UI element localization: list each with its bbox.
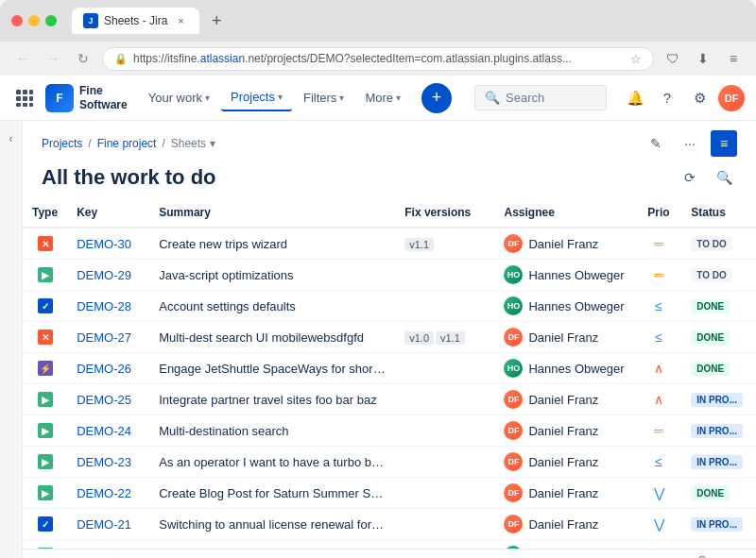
cell-summary[interactable]: Switching to annual license renewal for …	[149, 509, 395, 540]
table-row[interactable]: ⚡ DEMO-26 Engage JetShuttle SpaceWays fo…	[23, 353, 756, 384]
menu-icon[interactable]: ≡	[722, 47, 745, 70]
shield-icon[interactable]: 🛡	[662, 47, 684, 70]
cell-key[interactable]: DEMO-26	[67, 353, 149, 384]
cell-summary[interactable]: As an operator I want to have a turbo bu…	[149, 447, 395, 478]
assignee-avatar: DF	[504, 452, 523, 471]
priority-icon: ≤	[655, 330, 662, 345]
cell-key[interactable]: DEMO-21	[67, 509, 149, 540]
cell-prio: ⋁	[636, 478, 681, 509]
col-header-status[interactable]: Status	[681, 198, 756, 228]
cell-prio: ═	[636, 415, 681, 447]
table-row[interactable]: ▶ DEMO-29 Java-script optimizations HO H…	[23, 260, 756, 291]
breadcrumb-projects[interactable]: Projects	[42, 137, 82, 150]
bookmark-icon[interactable]: ☆	[630, 52, 642, 66]
cell-summary[interactable]: Next Generation version of SeeSpaceEZ tr…	[149, 540, 395, 550]
table-row[interactable]: ✕ DEMO-30 Create new trips wizard v1.1 D…	[23, 228, 756, 260]
table-row[interactable]: ▶ DEMO-25 Integrate partner travel sites…	[23, 384, 756, 415]
forward-button[interactable]: →	[42, 47, 64, 70]
user-avatar[interactable]: DF	[718, 85, 745, 111]
nav-projects[interactable]: Projects ▾	[221, 84, 292, 111]
cell-status: IN PRO...	[681, 384, 756, 415]
table-row[interactable]: ✓ DEMO-21 Switching to annual license re…	[23, 509, 756, 540]
notifications-icon[interactable]: 🔔	[622, 85, 648, 111]
address-bar: ← → ↻ 🔒 https://itsfine.atlassian.net/pr…	[0, 42, 756, 76]
sidebar-toggle[interactable]: ‹	[0, 121, 23, 558]
more-actions-icon[interactable]: ···	[677, 130, 703, 157]
download-icon[interactable]: ⬇	[692, 47, 714, 70]
main-content: Projects / Fine project / Sheets ▾ ✎ ···…	[23, 121, 756, 558]
breadcrumb-fine-project[interactable]: Fine project	[97, 137, 157, 150]
cell-prio: ⋁	[636, 509, 681, 540]
cell-assignee: HO Hannes Obweger	[494, 260, 635, 291]
col-header-assignee[interactable]: Assignee	[494, 198, 635, 228]
breadcrumb-sheets[interactable]: Sheets ▾	[171, 137, 215, 150]
cell-key[interactable]: DEMO-27	[67, 322, 149, 353]
cell-key[interactable]: DEMO-30	[67, 228, 149, 260]
table-row[interactable]: ▶ DEMO-23 As an operator I want to have …	[23, 447, 756, 478]
cell-summary[interactable]: Account settings defaults	[149, 291, 395, 322]
settings-icon[interactable]: ⚙	[686, 85, 713, 111]
cell-key[interactable]: DEMO-23	[67, 447, 149, 478]
list-view-icon[interactable]: ≡	[711, 130, 737, 157]
assignee-avatar: DF	[504, 421, 523, 440]
cell-key[interactable]: DEMO-29	[67, 260, 149, 291]
assignee-name: Daniel Franz	[528, 517, 598, 532]
table-row[interactable]: ✕ DEMO-27 Multi-dest search UI mobileweb…	[23, 322, 756, 353]
cell-summary[interactable]: Java-script optimizations	[149, 260, 395, 291]
col-header-summary[interactable]: Summary	[149, 198, 395, 228]
cell-key[interactable]: DEMO-24	[67, 415, 149, 447]
status-badge: IN PRO...	[691, 393, 743, 407]
maximize-window-button[interactable]	[45, 15, 57, 26]
cell-type: ✓	[23, 509, 67, 540]
refresh-icon[interactable]: ⟳	[677, 164, 703, 191]
col-header-prio[interactable]: Prio	[636, 198, 681, 228]
nav-your-work[interactable]: Your work ▾	[139, 85, 219, 110]
cell-key[interactable]: DEMO-20	[67, 540, 149, 550]
cell-summary[interactable]: Integrate partner travel sites foo bar b…	[149, 384, 395, 415]
url-text: https://itsfine.atlassian.net/projects/D…	[133, 52, 625, 65]
app: F Fine Software Your work ▾ Projects ▾ F…	[0, 76, 756, 558]
cell-key[interactable]: DEMO-28	[67, 291, 149, 322]
cell-status: TO DO	[681, 260, 756, 291]
cell-prio: ∧	[636, 384, 681, 415]
back-button[interactable]: ←	[11, 47, 34, 70]
search-icon[interactable]: 🔍	[711, 164, 737, 191]
cell-key[interactable]: DEMO-25	[67, 384, 149, 415]
cell-summary[interactable]: Multi-dest search UI mobilewebsdfgfd	[149, 322, 395, 353]
new-tab-button[interactable]: +	[203, 8, 230, 34]
minimize-window-button[interactable]	[28, 15, 40, 26]
help-icon[interactable]: ?	[654, 85, 680, 111]
chevron-down-icon: ▾	[278, 92, 283, 102]
refresh-button[interactable]: ↻	[72, 47, 94, 70]
cell-summary[interactable]: Create new trips wizard	[149, 228, 395, 260]
tab-close-button[interactable]: ×	[173, 13, 188, 28]
browser-tab-active[interactable]: J Sheets - Jira ×	[72, 8, 199, 34]
app-logo[interactable]: F Fine Software	[45, 84, 128, 112]
priority-icon: ∧	[654, 361, 663, 376]
table-row[interactable]: ✓ DEMO-28 Account settings defaults HO H…	[23, 291, 756, 322]
cell-prio: ≤	[636, 291, 681, 322]
nav-more[interactable]: More ▾	[355, 85, 410, 110]
app-switcher-button[interactable]	[11, 85, 38, 111]
nav-filters[interactable]: Filters ▾	[294, 85, 353, 110]
col-header-key[interactable]: Key	[67, 198, 149, 228]
col-header-fix[interactable]: Fix versions	[395, 198, 494, 228]
cell-fix-versions	[395, 415, 494, 447]
url-bar[interactable]: 🔒 https://itsfine.atlassian.net/projects…	[102, 47, 654, 71]
create-button[interactable]: +	[421, 83, 452, 113]
table-row[interactable]: ▶ DEMO-22 Create Blog Post for Saturn Su…	[23, 478, 756, 509]
edit-icon[interactable]: ✎	[643, 130, 669, 157]
type-icon: ✓	[38, 516, 53, 532]
close-window-button[interactable]	[11, 15, 23, 26]
priority-icon: ≤	[655, 298, 662, 313]
table-row[interactable]: ▶ DEMO-20 Next Generation version of See…	[23, 540, 756, 550]
table-row[interactable]: ▶ DEMO-24 Multi-destination search DF Da…	[23, 415, 756, 447]
breadcrumb: Projects / Fine project / Sheets ▾ ✎ ···…	[23, 121, 756, 161]
cell-summary[interactable]: Multi-destination search	[149, 415, 395, 447]
status-badge: TO DO	[691, 237, 731, 251]
cell-key[interactable]: DEMO-22	[67, 478, 149, 509]
svg-rect-3	[16, 96, 21, 101]
cell-summary[interactable]: Engage JetShuttle SpaceWays for short di…	[149, 353, 395, 384]
cell-summary[interactable]: Create Blog Post for Saturn Summer Sale	[149, 478, 395, 509]
search-bar[interactable]: 🔍 Search	[474, 85, 607, 110]
